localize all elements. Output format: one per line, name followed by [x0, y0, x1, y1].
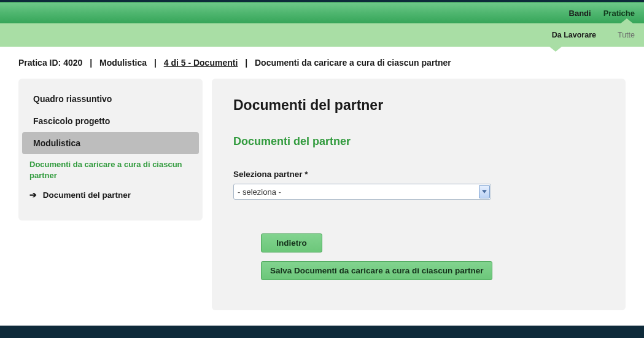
partner-select-wrap: - seleziona -: [233, 184, 491, 200]
content-area: Pratica ID: 4020 | Modulistica | 4 di 5 …: [0, 47, 644, 326]
subnav-tutte[interactable]: Tutte: [618, 31, 635, 39]
breadcrumb-pratica-id: Pratica ID: 4020: [18, 58, 82, 68]
breadcrumb: Pratica ID: 4020 | Modulistica | 4 di 5 …: [18, 58, 626, 68]
page-title: Documenti del partner: [233, 97, 604, 114]
actions: Indietro Salva Documenti da caricare a c…: [233, 233, 604, 280]
breadcrumb-modulistica[interactable]: Modulistica: [99, 58, 147, 68]
pointer-down-icon: [549, 47, 562, 52]
partner-select-label: Seleziona partner *: [233, 170, 604, 179]
nav-pratiche[interactable]: Pratiche: [603, 9, 635, 18]
nav-bandi[interactable]: Bandi: [569, 9, 591, 18]
breadcrumb-step[interactable]: 4 di 5 - Documenti: [164, 58, 238, 68]
header-top: Bandi Pratiche: [0, 2, 644, 23]
main-panel: Documenti del partner Documenti del part…: [212, 79, 626, 310]
back-button[interactable]: Indietro: [261, 233, 322, 252]
sidebar-item-modulistica[interactable]: Modulistica: [22, 132, 199, 154]
footer-bar: [0, 326, 644, 338]
partner-select[interactable]: - seleziona -: [233, 184, 491, 200]
save-button[interactable]: Salva Documenti da caricare a cura di ci…: [261, 261, 492, 280]
sidebar: Quadro riassuntivo Fascicolo progetto Mo…: [18, 79, 203, 221]
header-sub: Da Lavorare Tutte: [0, 23, 644, 47]
breadcrumb-sep: |: [154, 58, 157, 68]
sidebar-item-quadro[interactable]: Quadro riassuntivo: [22, 88, 199, 110]
breadcrumb-current: Documenti da caricare a cura di ciascun …: [255, 58, 451, 68]
pointer-up-icon: [621, 18, 633, 23]
sidebar-item-fascicolo[interactable]: Fascicolo progetto: [22, 110, 199, 132]
sidebar-sub-documenti[interactable]: Documenti da caricare a cura di ciascun …: [18, 154, 203, 182]
breadcrumb-sep: |: [245, 58, 247, 68]
arrow-right-icon: ➔: [29, 190, 37, 200]
breadcrumb-sep: |: [90, 58, 92, 68]
section-title: Documenti del partner: [233, 135, 604, 148]
sidebar-leaf-documenti-partner[interactable]: ➔ Documenti del partner: [18, 182, 203, 202]
subnav-da-lavorare[interactable]: Da Lavorare: [552, 31, 596, 39]
sidebar-leaf-label: Documenti del partner: [43, 190, 131, 200]
